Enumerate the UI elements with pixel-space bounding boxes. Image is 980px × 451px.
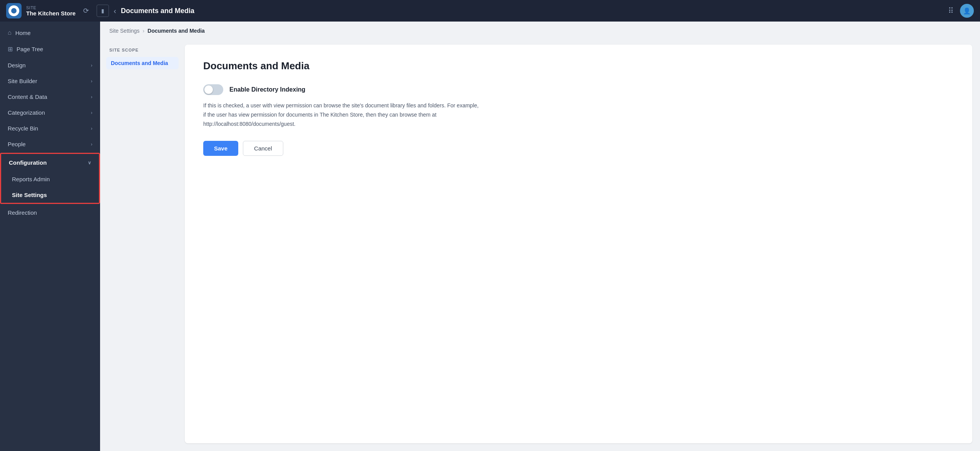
toggle-label: Enable Directory Indexing [229, 86, 305, 93]
sidebar-item-page-tree[interactable]: ⊞ Page Tree [0, 41, 100, 57]
scope-item-label: Documents and Media [111, 60, 168, 66]
main-card: Documents and Media Enable Directory Ind… [185, 45, 972, 443]
description-text: If this is checked, a user with view per… [203, 101, 480, 129]
site-info: SITE The Kitchen Store [26, 5, 75, 17]
refresh-icon[interactable]: ⟳ [83, 7, 89, 15]
sidebar-page-tree-label: Page Tree [17, 46, 43, 52]
site-name: The Kitchen Store [26, 10, 75, 17]
site-settings-label: Site Settings [12, 192, 47, 198]
redirection-label: Redirection [8, 209, 37, 216]
sidebar-content-data-label: Content & Data [8, 94, 47, 100]
sidebar-item-site-settings[interactable]: Site Settings [1, 187, 99, 203]
sidebar-nav: ⌂ Home ⊞ Page Tree Design › Site Builder [0, 22, 100, 224]
avatar[interactable]: 👤 [960, 4, 974, 18]
chevron-right-icon: › [91, 79, 92, 84]
reports-admin-label: Reports Admin [12, 176, 50, 182]
chevron-right-icon: › [91, 63, 92, 68]
page-tree-icon: ⊞ [8, 45, 13, 53]
sidebar-people-label: People [8, 141, 26, 147]
sidebar-toggle-button[interactable]: ▮ [97, 5, 109, 17]
chevron-right-icon: › [91, 142, 92, 147]
configuration-header[interactable]: Configuration ∨ [1, 154, 99, 171]
header-right: ⠿ 👤 [948, 4, 974, 18]
sidebar-item-content-data[interactable]: Content & Data › [0, 89, 100, 105]
sidebar-item-home[interactable]: ⌂ Home [0, 25, 100, 41]
sidebar-item-redirection[interactable]: Redirection [0, 205, 100, 220]
breadcrumb: Site Settings › Documents and Media [100, 22, 980, 40]
enable-directory-indexing-toggle[interactable] [203, 84, 223, 95]
card-title: Documents and Media [203, 60, 954, 72]
sidebar-design-label: Design [8, 62, 26, 68]
sidebar-item-people[interactable]: People › [0, 136, 100, 152]
sidebar-item-recycle-bin[interactable]: Recycle Bin › [0, 120, 100, 136]
grid-icon[interactable]: ⠿ [948, 6, 954, 15]
scope-label: SITE SCOPE [106, 48, 179, 52]
sidebar-home-label: Home [15, 30, 31, 36]
save-button[interactable]: Save [203, 141, 238, 156]
main-layout: ⌂ Home ⊞ Page Tree Design › Site Builder [0, 22, 980, 451]
configuration-submenu: Reports Admin Site Settings [1, 171, 99, 203]
sidebar-recycle-bin-label: Recycle Bin [8, 125, 38, 132]
chevron-right-icon: › [91, 94, 92, 100]
sidebar-item-reports-admin[interactable]: Reports Admin [1, 171, 99, 187]
sidebar-item-design[interactable]: Design › [0, 57, 100, 73]
sidebar-site-builder-label: Site Builder [8, 78, 37, 84]
scope-item-documents-media[interactable]: Documents and Media [106, 57, 179, 69]
left-panel: SITE SCOPE Documents and Media [100, 40, 185, 451]
site-label: SITE [26, 5, 75, 10]
breadcrumb-separator: › [143, 28, 145, 34]
breadcrumb-current: Documents and Media [147, 28, 205, 34]
header-left: SITE The Kitchen Store ⟳ [6, 3, 89, 18]
back-button[interactable]: ‹ [114, 7, 116, 15]
configuration-section: Configuration ∨ Reports Admin Site Setti… [0, 153, 100, 204]
sidebar-item-site-builder[interactable]: Site Builder › [0, 73, 100, 89]
configuration-label: Configuration [9, 159, 47, 166]
chevron-down-icon: ∨ [88, 160, 91, 165]
sidebar: ⌂ Home ⊞ Page Tree Design › Site Builder [0, 22, 100, 451]
breadcrumb-parent-link[interactable]: Site Settings [109, 28, 140, 34]
toggle-row: Enable Directory Indexing [203, 84, 954, 95]
sidebar-item-categorization[interactable]: Categorization › [0, 105, 100, 120]
home-icon: ⌂ [8, 29, 12, 36]
sidebar-categorization-label: Categorization [8, 109, 45, 116]
content-area: Site Settings › Documents and Media SITE… [100, 22, 980, 451]
chevron-right-icon: › [91, 110, 92, 115]
button-row: Save Cancel [203, 141, 954, 156]
top-header: SITE The Kitchen Store ⟳ ▮ ‹ Documents a… [0, 0, 980, 22]
toggle-knob [204, 85, 213, 94]
chevron-right-icon: › [91, 126, 92, 131]
site-logo [6, 3, 22, 18]
two-panel: SITE SCOPE Documents and Media Documents… [100, 40, 980, 451]
page-header-title: Documents and Media [121, 7, 194, 15]
header-center: ▮ ‹ Documents and Media [89, 5, 948, 17]
cancel-button[interactable]: Cancel [243, 141, 283, 156]
